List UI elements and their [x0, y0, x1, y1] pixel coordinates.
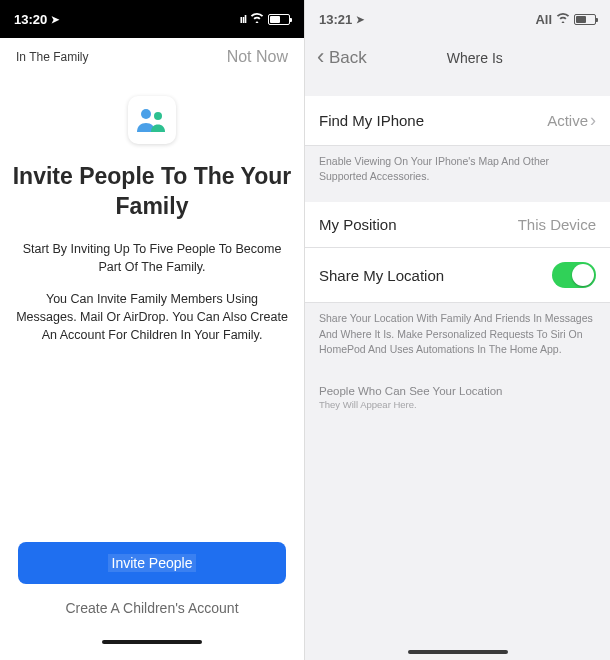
row-label: My Position	[319, 216, 397, 233]
find-my-settings-screen: 13:21 ➤ All Back Where Is Find My IPhone…	[305, 0, 610, 660]
my-position-row[interactable]: My Position This Device	[305, 202, 610, 248]
nav-title: Where Is	[447, 50, 503, 66]
status-time: 13:21	[319, 12, 352, 27]
description-2: You Can Invite Family Members Using Mess…	[0, 290, 304, 344]
battery-icon	[574, 14, 596, 25]
svg-point-0	[141, 109, 151, 119]
home-indicator[interactable]	[408, 650, 508, 654]
battery-icon	[268, 14, 290, 25]
share-location-toggle[interactable]	[552, 262, 596, 288]
invite-people-button[interactable]: Invite People	[18, 542, 286, 584]
row-label: Find My IPhone	[319, 112, 424, 129]
row-label: Share My Location	[319, 267, 444, 284]
wifi-icon	[556, 12, 570, 26]
find-my-footer: Enable Viewing On Your IPhone's Map And …	[305, 146, 610, 202]
row-value: Active	[547, 112, 588, 129]
chevron-right-icon: ›	[590, 110, 596, 131]
home-indicator[interactable]	[102, 640, 202, 644]
share-location-row: Share My Location	[305, 248, 610, 303]
find-my-iphone-row[interactable]: Find My IPhone Active ›	[305, 96, 610, 146]
family-icon-wrap	[0, 96, 304, 144]
people-section-sub: They Will Appear Here.	[305, 399, 610, 420]
wifi-icon	[250, 12, 264, 26]
family-icon	[128, 96, 176, 144]
svg-point-1	[154, 112, 162, 120]
create-children-account-link[interactable]: Create A Children's Account	[18, 600, 286, 616]
description-1: Start By Inviting Up To Five People To B…	[0, 240, 304, 276]
row-value: This Device	[518, 216, 596, 233]
back-button[interactable]: Back	[319, 48, 367, 68]
status-carrier: All	[535, 12, 552, 27]
not-now-button[interactable]: Not Now	[227, 48, 288, 66]
status-bar: 13:20 ➤ ııl	[0, 0, 304, 38]
status-time: 13:20	[14, 12, 47, 27]
family-setup-screen: 13:20 ➤ ııl In The Family Not Now Invite…	[0, 0, 305, 660]
sheet-subtitle: In The Family	[16, 50, 88, 64]
sheet-header: In The Family Not Now	[0, 38, 304, 72]
page-title: Invite People To The Your Family	[0, 162, 304, 222]
location-icon: ➤	[51, 14, 59, 25]
nav-bar: Back Where Is	[305, 38, 610, 78]
location-icon: ➤	[356, 14, 364, 25]
status-bar: 13:21 ➤ All	[305, 0, 610, 38]
share-location-footer: Share Your Location With Family And Frie…	[305, 303, 610, 375]
people-section-header: People Who Can See Your Location	[305, 375, 610, 399]
signal-icon: ııl	[240, 13, 246, 25]
